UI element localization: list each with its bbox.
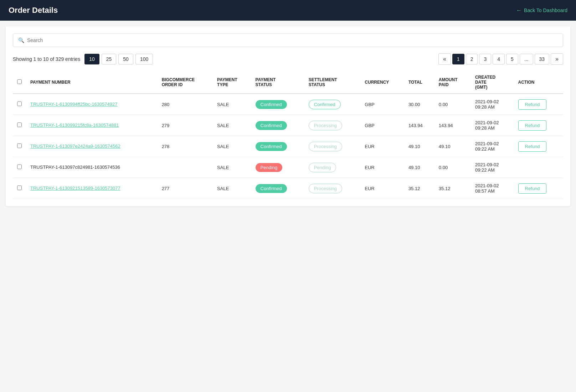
payment-number-text: TRUSTPAY-1-613097c824981-1630574536: [30, 164, 120, 170]
pagination-prev[interactable]: «: [438, 53, 451, 65]
col-payment-number: PAYMENT NUMBER: [26, 71, 158, 94]
total: 30.00: [404, 94, 434, 115]
per-page-10[interactable]: 10: [84, 54, 99, 64]
settlement-status: Confirmed: [304, 94, 361, 115]
bigcommerce-order-id: [158, 157, 213, 178]
currency: GBP: [360, 94, 404, 115]
table-row: TRUSTPAY-1-6130921513589-1630573077277SA…: [13, 178, 563, 199]
payment-number-link[interactable]: TRUSTPAY-1-6130994ff25bc-1630574927: [30, 101, 118, 107]
bigcommerce-order-id: 279: [158, 115, 213, 136]
payment-status: Pending: [251, 157, 304, 178]
action-cell: Refund: [514, 94, 564, 115]
payment-number-link[interactable]: TRUSTPAY-1-613097e2424a9-1630574562: [30, 143, 120, 149]
row-checkbox-4[interactable]: [17, 185, 22, 190]
col-bigcommerce-order-id: BIGCOMMERCEORDER ID: [158, 71, 213, 94]
total: 143.94: [404, 115, 434, 136]
settlement-status: Processing: [304, 115, 361, 136]
payment-status-badge: Confirmed: [256, 184, 287, 193]
refund-button[interactable]: Refund: [518, 99, 547, 110]
page-header: Order Details ← Back To Dashboard: [0, 0, 576, 21]
col-payment-type: PAYMENTTYPE: [213, 71, 251, 94]
per-page-25[interactable]: 25: [102, 54, 117, 64]
amount-paid: 35.12: [434, 178, 471, 199]
payment-status: Confirmed: [251, 115, 304, 136]
created-date: 2021-09-02 09:22 AM: [471, 157, 514, 178]
amount-paid: 0.00: [434, 157, 471, 178]
pagination-page-33[interactable]: 33: [535, 54, 550, 64]
payment-status-badge: Pending: [256, 163, 283, 172]
refund-button[interactable]: Refund: [518, 183, 547, 194]
payment-type: SALE: [213, 157, 251, 178]
payment-status: Confirmed: [251, 94, 304, 115]
payment-status-badge: Confirmed: [256, 121, 287, 130]
payment-number-link[interactable]: TRUSTPAY-1-6130921513589-1630573077: [30, 185, 120, 191]
payment-number-link[interactable]: TRUSTPAY-1-613099215fc8a-1630574881: [30, 122, 119, 128]
action-cell: [514, 157, 564, 178]
back-link-label: Back To Dashboard: [524, 7, 567, 13]
currency: EUR: [360, 157, 404, 178]
table-row: TRUSTPAY-1-6130994ff25bc-1630574927280SA…: [13, 94, 563, 115]
payment-status: Confirmed: [251, 136, 304, 157]
bigcommerce-order-id: 280: [158, 94, 213, 115]
pagination-page-2[interactable]: 2: [466, 54, 478, 64]
pagination-page-3[interactable]: 3: [479, 54, 491, 64]
payment-type: SALE: [213, 115, 251, 136]
orders-table: PAYMENT NUMBER BIGCOMMERCEORDER ID PAYME…: [13, 71, 563, 199]
settlement-status: Processing: [304, 178, 361, 199]
col-total: TOTAL: [404, 71, 434, 94]
controls-row: Showing 1 to 10 of 329 entries 10 25 50 …: [13, 53, 563, 65]
total: 49.10: [404, 136, 434, 157]
pagination-next[interactable]: »: [551, 53, 563, 65]
select-all-checkbox[interactable]: [17, 79, 22, 84]
controls-left: Showing 1 to 10 of 329 entries 10 25 50 …: [13, 54, 153, 64]
back-arrow-icon: ←: [516, 7, 522, 14]
row-checkbox-2[interactable]: [17, 143, 22, 148]
col-action: ACTION: [514, 71, 564, 94]
settlement-status-badge: Processing: [309, 121, 342, 130]
row-checkbox-0[interactable]: [17, 101, 22, 106]
action-cell: Refund: [514, 136, 564, 157]
col-payment-status: PAYMENTSTATUS: [251, 71, 304, 94]
pagination-page-1[interactable]: 1: [452, 54, 464, 64]
currency: GBP: [360, 115, 404, 136]
back-to-dashboard-link[interactable]: ← Back To Dashboard: [516, 7, 567, 14]
row-checkbox-3[interactable]: [17, 164, 22, 169]
table-row: TRUSTPAY-1-613099215fc8a-1630574881279SA…: [13, 115, 563, 136]
amount-paid: 0.00: [434, 94, 471, 115]
settlement-status: Pending: [304, 157, 361, 178]
per-page-100[interactable]: 100: [135, 54, 153, 64]
action-cell: Refund: [514, 178, 564, 199]
refund-button[interactable]: Refund: [518, 120, 547, 131]
payment-status: Confirmed: [251, 178, 304, 199]
created-date: 2021-09-02 09:22 AM: [471, 136, 514, 157]
search-input[interactable]: [27, 37, 558, 43]
currency: EUR: [360, 136, 404, 157]
action-cell: Refund: [514, 115, 564, 136]
showing-text: Showing 1 to 10 of 329 entries: [13, 56, 80, 62]
settlement-status-badge: Confirmed: [309, 100, 341, 109]
refund-button[interactable]: Refund: [518, 141, 547, 152]
main-content: 🔍 Showing 1 to 10 of 329 entries 10 25 5…: [6, 26, 570, 206]
bigcommerce-order-id: 277: [158, 178, 213, 199]
row-checkbox-1[interactable]: [17, 122, 22, 127]
payment-type: SALE: [213, 94, 251, 115]
payment-type: SALE: [213, 136, 251, 157]
pagination-ellipsis: ...: [520, 54, 533, 64]
payment-type: SALE: [213, 178, 251, 199]
col-settlement-status: SETTLEMENTSTATUS: [304, 71, 361, 94]
select-all-col: [13, 71, 26, 94]
created-date: 2021-09-02 08:57 AM: [471, 178, 514, 199]
settlement-status-badge: Pending: [309, 163, 336, 172]
currency: EUR: [360, 178, 404, 199]
search-icon: 🔍: [18, 37, 24, 43]
settlement-status-badge: Processing: [309, 142, 342, 151]
created-date: 2021-09-02 09:28 AM: [471, 94, 514, 115]
bigcommerce-order-id: 278: [158, 136, 213, 157]
settlement-status: Processing: [304, 136, 361, 157]
table-row: TRUSTPAY-1-613097e2424a9-1630574562278SA…: [13, 136, 563, 157]
created-date: 2021-09-02 09:28 AM: [471, 115, 514, 136]
per-page-50[interactable]: 50: [118, 54, 133, 64]
pagination-page-5[interactable]: 5: [506, 54, 518, 64]
per-page-buttons: 10 25 50 100: [84, 54, 153, 64]
pagination-page-4[interactable]: 4: [493, 54, 505, 64]
